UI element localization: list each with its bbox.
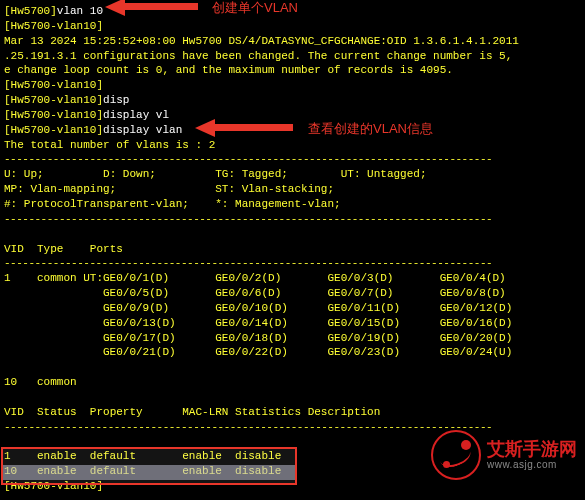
blank [4,360,581,375]
vlan-ports-table: 1 common UT:GE0/0/1(D) GE0/0/2(D) GE0/0/… [4,271,581,360]
highlight-box [1,447,297,485]
watermark: 艾斯手游网 www.asjg.com [431,430,577,480]
table-row: GE0/0/5(D) GE0/0/6(D) GE0/0/7(D) GE0/0/8… [4,286,581,301]
table-row: 1 common UT:GE0/0/1(D) GE0/0/2(D) GE0/0/… [4,271,581,286]
total-vlans: The total number of vlans is : 2 [4,138,581,153]
legend-line: MP: Vlan-mapping; ST: Vlan-stacking; [4,182,581,197]
terminal[interactable]: [Hw5700]vlan 10 [Hw5700-vlan10] Mar 13 2… [4,4,581,494]
watermark-name: 艾斯手游网 [487,440,577,460]
table-row: GE0/0/9(D) GE0/0/10(D) GE0/0/11(D) GE0/0… [4,301,581,316]
annotation-create-vlan: 创建单个VLAN [212,0,298,17]
divider: ----------------------------------------… [4,256,581,271]
prompt-line: [Hw5700-vlan10] [4,78,581,93]
log-line: e change loop count is 0, and the maximu… [4,63,581,78]
annotation-display-vlan: 查看创建的VLAN信息 [308,120,433,138]
prompt-line: [Hw5700-vlan10] [4,19,581,34]
legend-line: U: Up; D: Down; TG: Tagged; UT: Untagged… [4,167,581,182]
log-line: Mar 13 2024 15:25:52+08:00 Hw5700 DS/4/D… [4,34,581,49]
watermark-url: www.asjg.com [487,459,577,470]
cmd-line-disp: [Hw5700-vlan10]disp [4,93,581,108]
table-row: GE0/0/13(D) GE0/0/14(D) GE0/0/15(D) GE0/… [4,316,581,331]
watermark-logo-icon [431,430,481,480]
table-header-2: VID Status Property MAC-LRN Statistics D… [4,405,581,420]
divider: ----------------------------------------… [4,152,581,167]
table-row: GE0/0/17(D) GE0/0/18(D) GE0/0/19(D) GE0/… [4,331,581,346]
blank [4,390,581,405]
vlan10-row: 10 common [4,375,581,390]
table-row: GE0/0/21(D) GE0/0/22(D) GE0/0/23(D) GE0/… [4,345,581,360]
log-line: .25.191.3.1 configurations have been cha… [4,49,581,64]
legend-line: #: ProtocolTransparent-vlan; *: Manageme… [4,197,581,212]
cmd-line-display-vl: [Hw5700-vlan10]display vl [4,108,581,123]
table-header: VID Type Ports [4,242,581,257]
divider: ----------------------------------------… [4,212,581,227]
blank [4,227,581,242]
